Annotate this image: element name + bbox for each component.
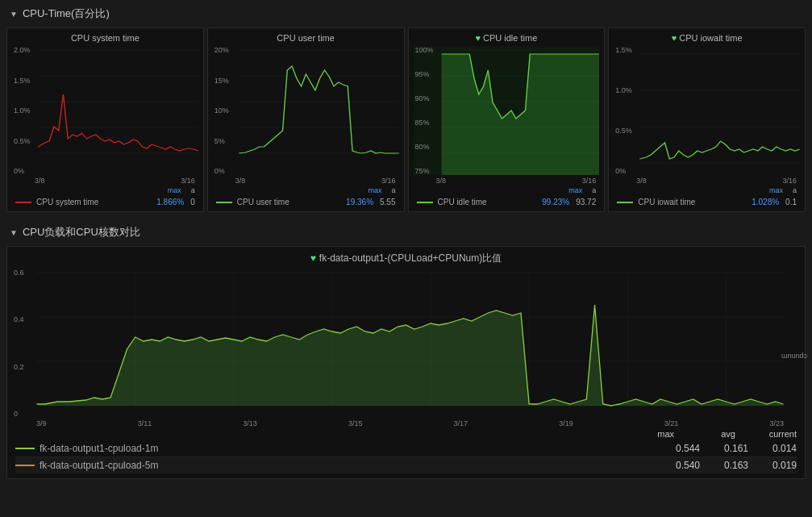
big-chart-title: ♥fk-data-output1-(CPULoad+CPUNum)比值 [12, 252, 800, 265]
chart4-title: ♥CPU iowait time [614, 33, 800, 43]
chart3-svg [414, 46, 600, 175]
cpu-load-section: ▼ CPU负载和CPU核数对比 ♥fk-data-output1-(CPULoa… [0, 219, 812, 482]
chart2-title: CPU user time [213, 33, 399, 43]
chart4-svg [614, 46, 800, 175]
chart4-footer: maxa [614, 185, 800, 194]
svg-rect-0 [12, 46, 198, 175]
chart1-x-labels: 3/83/16 [12, 175, 198, 185]
big-chart-area: 0.60.40.20 [12, 269, 800, 418]
legend1-line [15, 448, 35, 449]
chart3-legend: CPU idle time 99.23% 93.72 [414, 194, 600, 206]
big-chart-svg [12, 269, 800, 418]
cpu-time-title: CPU-Time(百分比) [23, 6, 110, 21]
chart2-footer: maxa [213, 185, 399, 194]
chart1-area: 2.0%1.5%1.0%0.5%0% [12, 46, 198, 175]
chart3-area: 100%95%90%85%80%75% [414, 46, 600, 175]
svg-rect-6 [213, 46, 399, 175]
footer-header: max avg current [12, 427, 800, 440]
legend2-label: fk-data-output1-cpuload-5m [40, 460, 652, 471]
legend1-label: fk-data-output1-cpuload-1m [40, 443, 652, 454]
chart3-x-labels: 3/83/16 [414, 175, 600, 185]
legend1-avg: 0.161 [700, 443, 748, 454]
legend2-current: 0.019 [748, 460, 797, 471]
chart1-legend-label: CPU system time [36, 198, 98, 206]
chart1-title: CPU system time [12, 33, 198, 43]
chart-cpu-user-time: CPU user time 20%15%10%5%0% 3/ [207, 27, 405, 212]
chart1-legend: CPU system time 1.866% 0 [12, 194, 198, 206]
chart4-legend: CPU iowait time 1.028% 0.1 [614, 194, 800, 206]
big-chart-card: ♥fk-data-output1-(CPULoad+CPUNum)比值 0.60… [6, 246, 806, 479]
chart3-footer: maxa [414, 185, 600, 194]
chevron-icon-2[interactable]: ▼ [10, 228, 18, 237]
chart4-area: 1.5%1.0%0.5%0% [614, 46, 800, 175]
chart4-legend-label: CPU iowait time [638, 198, 695, 206]
chart-cpu-idle-time: ♥CPU idle time 100%95%90%85%80%75% [408, 27, 606, 212]
chart4-x-labels: 3/83/16 [614, 175, 800, 185]
legend2-line [15, 465, 35, 466]
legend2-avg: 0.163 [700, 460, 748, 471]
footer-current-header: current [748, 429, 797, 439]
chart3-title: ♥CPU idle time [414, 33, 600, 43]
cpu-load-header: ▼ CPU负载和CPU核数对比 [0, 219, 812, 243]
big-x-labels: 3/93/113/133/153/173/193/213/23 [12, 418, 800, 427]
chart2-legend-label: CPU user time [237, 198, 289, 206]
cpunum-label: cpunum [781, 352, 807, 361]
cpu-time-header: ▼ CPU-Time(百分比) [0, 0, 812, 24]
legend-rows: fk-data-output1-cpuload-1m 0.544 0.161 0… [12, 440, 800, 473]
legend2-max: 0.540 [652, 460, 700, 471]
legend1-max: 0.544 [652, 443, 700, 454]
chart3-legend-label: CPU idle time [438, 198, 487, 206]
legend-row-1: fk-data-output1-cpuload-1m 0.544 0.161 0… [15, 440, 797, 457]
chart-cpu-system-time: CPU system time 2.0%1.5%1.0%0.5%0% [6, 27, 204, 212]
chart-cpu-iowait-time: ♥CPU iowait time 1.5%1.0%0.5%0% 3/83/16 [608, 27, 806, 212]
footer-avg-header: avg [687, 429, 735, 439]
chart2-x-labels: 3/83/16 [213, 175, 399, 185]
chart1-footer: maxa [12, 185, 198, 194]
small-charts-row: CPU system time 2.0%1.5%1.0%0.5%0% [0, 24, 812, 215]
chart2-area: 20%15%10%5%0% [213, 46, 399, 175]
svg-rect-19 [614, 46, 800, 175]
legend-row-2: fk-data-output1-cpuload-5m 0.540 0.163 0… [15, 457, 797, 473]
big-chart-section: ♥fk-data-output1-(CPULoad+CPUNum)比值 0.60… [0, 243, 812, 482]
chart2-svg [213, 46, 399, 175]
legend1-current: 0.014 [748, 443, 797, 454]
cpu-time-section: ▼ CPU-Time(百分比) CPU system time 2.0%1.5%… [0, 0, 812, 215]
chevron-icon[interactable]: ▼ [10, 10, 18, 19]
chart1-svg [12, 46, 198, 175]
chart2-legend: CPU user time 19.36% 5.55 [213, 194, 399, 206]
cpu-load-title: CPU负载和CPU核数对比 [23, 225, 140, 240]
footer-max-header: max [626, 429, 674, 439]
